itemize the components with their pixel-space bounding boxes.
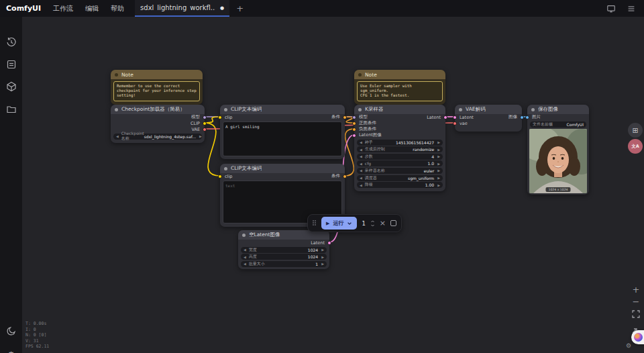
workflows-folder-icon[interactable] [6,104,17,115]
decrement-icon[interactable]: ◀ [116,134,119,138]
node-vae-decode[interactable]: VAE解码 Latent 图像 vae [455,105,522,132]
latent-image-ports[interactable]: Latent 图像 [455,114,522,120]
node-clip-encode-positive[interactable]: CLIP文本编码 clip 条件 A girl smiling [220,105,345,159]
decrement-icon[interactable]: ◀ [360,140,362,144]
image-preview[interactable]: 1024 x 1024 [529,129,587,193]
history-icon[interactable] [6,37,17,48]
node-header[interactable]: K采样器 [354,105,445,114]
clip-input-icon[interactable] [218,115,222,119]
decrement-icon[interactable]: ◀ [360,162,362,166]
decrement-icon[interactable]: ◀ [360,148,362,152]
latent-input-icon[interactable] [352,134,356,138]
node-header[interactable]: CLIP文本编码 [220,105,345,114]
canvas-settings-button[interactable]: ⚙ [626,342,631,349]
node-ksampler[interactable]: K采样器 模型 Latent 正面条件 负面条件 Latent图像 ◀ 种子 1… [354,105,445,191]
negative-input-icon[interactable] [352,128,356,132]
model-port-icon[interactable] [203,115,207,119]
node-note-checkpoint[interactable]: Note Remember to use the correct checkpo… [111,70,203,105]
comfyui-logo[interactable]: ComfyUI [6,4,41,13]
collapse-dot-icon[interactable] [224,108,227,111]
clip-input-icon[interactable] [218,174,222,179]
node-library-icon[interactable] [6,59,17,70]
checkpoint-name-widget[interactable]: ◀ Checkpoint名称 sdxl_lightning_4step.saf.… [113,134,202,140]
settings-gear-icon[interactable]: ⚙ [7,350,15,353]
note-text[interactable]: Remember to use the correct checkpoint f… [113,81,200,101]
desktop-icon[interactable] [606,4,616,13]
batch-size-widget[interactable]: ◀ 批量大小 1 ▶ [241,261,327,267]
output-clip[interactable]: CLIP [111,120,205,126]
collapse-dot-icon[interactable] [242,234,246,237]
run-button[interactable]: ▶ 运行 [321,217,357,230]
clip-port-icon[interactable] [203,121,207,125]
increment-icon[interactable]: ▶ [437,162,440,166]
note-text[interactable]: Use Euler sampler with sgm_uniform. CFG … [357,81,443,101]
node-header[interactable]: Note [111,70,203,79]
vae-port-icon[interactable] [203,128,207,132]
node-header[interactable]: 保存图像 [527,105,589,114]
increment-icon[interactable]: ▶ [437,148,440,152]
decrement-icon[interactable]: ◀ [360,183,362,187]
decrement-icon[interactable]: ◀ [360,168,362,172]
fit-view-button[interactable] [632,310,640,319]
positive-input-icon[interactable] [352,121,356,125]
increment-icon[interactable]: ▶ [321,262,324,266]
vae-port-row[interactable]: vae [455,120,522,126]
increment-icon[interactable]: ▶ [321,255,324,259]
theme-moon-icon[interactable] [6,325,17,336]
node-header[interactable]: Checkpoint加载器（简易） [111,105,205,114]
increment-icon[interactable]: ▶ [437,168,440,172]
sampler-name-widget[interactable]: ◀ 采样器名称 euler ▶ [357,168,443,174]
collapse-dot-icon[interactable] [358,73,362,77]
panel-toggle-button[interactable]: ⊞ [628,123,643,138]
workflow-tab[interactable]: sdxl_lightning_workfl... ● [135,0,229,17]
new-tab-button[interactable]: + [236,3,244,13]
conditioning-output-icon[interactable] [343,115,347,119]
clip-ports[interactable]: clip 条件 [220,114,345,120]
increment-icon[interactable]: ▶ [437,176,440,180]
node-empty-latent[interactable]: 空Latent图像 Latent ◀ 宽度 1024 ▶ ◀ 高度 1024 ▶… [238,230,329,269]
collapse-dot-icon[interactable] [459,108,462,111]
cfg-widget[interactable]: ◀ cfg 1.0 ▶ [357,160,443,166]
node-header[interactable]: CLIP文本编码 [220,164,345,173]
increment-icon[interactable]: ▶ [437,183,440,187]
stop-icon[interactable] [390,220,396,226]
batch-count-stepper[interactable] [370,220,375,227]
vae-input-icon[interactable] [453,121,457,125]
increment-icon[interactable]: ▶ [321,248,324,252]
translate-button[interactable]: 文A [628,139,643,154]
batch-count-value[interactable]: 1 [362,220,365,227]
image-input-icon[interactable] [525,115,529,119]
collapse-dot-icon[interactable] [115,108,118,111]
decrement-icon[interactable]: ◀ [244,255,246,259]
node-header[interactable]: VAE解码 [455,105,522,114]
scheduler-widget[interactable]: ◀ 调度器 sgm_uniform ▶ [357,175,443,181]
menu-edit[interactable]: 编辑 [85,4,99,13]
seed-widget[interactable]: ◀ 种子 145130615614427 ▶ [357,140,443,146]
menu-workflow[interactable]: 工作流 [53,4,73,13]
latent-port-row[interactable]: Latent图像 [354,132,445,138]
zoom-out-button[interactable]: − [633,298,640,306]
node-header[interactable]: Note [354,70,445,79]
collapse-dot-icon[interactable] [531,108,535,111]
model-input-icon[interactable] [352,115,356,119]
image-output-icon[interactable] [520,115,524,119]
filename-prefix-widget[interactable]: 文件名前缀 ComfyUI [530,121,586,128]
model-library-icon[interactable] [6,81,17,92]
latent-output-icon[interactable] [443,115,447,119]
increment-icon[interactable]: ▶ [437,154,440,158]
decrement-icon[interactable]: ◀ [360,154,362,158]
image-port-row[interactable]: 图片 [527,114,589,120]
queue-icon[interactable] [627,4,636,13]
height-widget[interactable]: ◀ 高度 1024 ▶ [241,254,327,260]
collapse-dot-icon[interactable] [224,167,227,170]
node-save-image[interactable]: 保存图像 图片 文件名前缀 ComfyUI [527,105,589,195]
denoise-widget[interactable]: ◀ 降噪 1.00 ▶ [357,182,443,188]
conditioning-output-icon[interactable] [343,174,347,179]
drag-handle-icon[interactable] [313,220,317,226]
latent-input-icon[interactable] [453,115,457,119]
model-port-row[interactable]: 模型 Latent [354,114,445,120]
negative-port-row[interactable]: 负面条件 [354,126,445,132]
decrement-icon[interactable]: ◀ [244,248,246,252]
menu-help[interactable]: 帮助 [111,4,124,13]
help-center-button[interactable] [631,330,644,344]
